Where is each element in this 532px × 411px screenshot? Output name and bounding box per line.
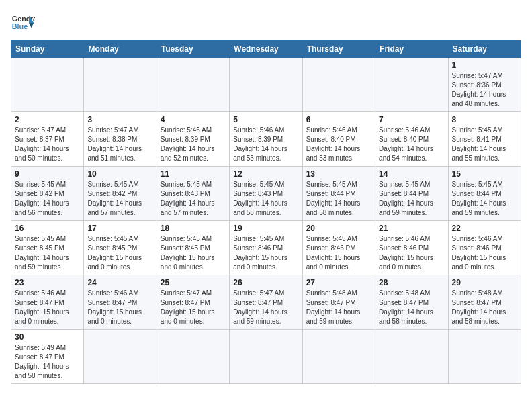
day-number: 15 — [452, 169, 517, 179]
weekday-header-wednesday: Wednesday — [230, 41, 302, 58]
weekday-header-monday: Monday — [84, 41, 157, 58]
day-info: Sunrise: 5:45 AMSunset: 8:43 PMDaylight:… — [161, 180, 226, 218]
calendar-body: 1Sunrise: 5:47 AMSunset: 8:36 PMDaylight… — [11, 58, 521, 384]
day-number: 2 — [15, 115, 80, 124]
day-info: Sunrise: 5:45 AMSunset: 8:44 PMDaylight:… — [306, 180, 371, 218]
day-info: Sunrise: 5:45 AMSunset: 8:44 PMDaylight:… — [379, 180, 444, 218]
day-number: 16 — [15, 224, 80, 233]
day-number: 9 — [15, 169, 80, 179]
day-number: 13 — [306, 169, 371, 179]
weekday-header-tuesday: Tuesday — [157, 41, 229, 58]
day-info: Sunrise: 5:48 AMSunset: 8:47 PMDaylight:… — [306, 289, 371, 326]
day-info: Sunrise: 5:45 AMSunset: 8:46 PMDaylight:… — [233, 234, 298, 272]
day-number: 14 — [379, 169, 444, 179]
calendar-week-row: 23Sunrise: 5:46 AMSunset: 8:47 PMDayligh… — [11, 275, 521, 330]
calendar-week-row: 30Sunrise: 5:49 AMSunset: 8:47 PMDayligh… — [11, 330, 521, 384]
day-info: Sunrise: 5:46 AMSunset: 8:40 PMDaylight:… — [306, 126, 371, 163]
day-info: Sunrise: 5:48 AMSunset: 8:47 PMDaylight:… — [452, 289, 517, 326]
calendar-day-cell: 16Sunrise: 5:45 AMSunset: 8:45 PMDayligh… — [11, 221, 84, 275]
day-number: 27 — [306, 278, 371, 287]
calendar-day-cell: 18Sunrise: 5:45 AMSunset: 8:45 PMDayligh… — [157, 221, 229, 275]
day-number: 8 — [452, 115, 517, 124]
calendar-day-cell: 10Sunrise: 5:45 AMSunset: 8:42 PMDayligh… — [84, 167, 157, 221]
calendar-week-row: 9Sunrise: 5:45 AMSunset: 8:42 PMDaylight… — [11, 167, 521, 221]
day-info: Sunrise: 5:47 AMSunset: 8:47 PMDaylight:… — [233, 289, 298, 326]
day-info: Sunrise: 5:49 AMSunset: 8:47 PMDaylight:… — [15, 343, 80, 381]
calendar-day-cell: 25Sunrise: 5:47 AMSunset: 8:47 PMDayligh… — [157, 275, 229, 330]
day-info: Sunrise: 5:45 AMSunset: 8:44 PMDaylight:… — [452, 180, 517, 218]
day-number: 12 — [233, 169, 298, 179]
day-number: 24 — [87, 278, 152, 287]
day-info: Sunrise: 5:46 AMSunset: 8:39 PMDaylight:… — [233, 126, 298, 163]
day-info: Sunrise: 5:46 AMSunset: 8:47 PMDaylight:… — [87, 289, 152, 326]
day-info: Sunrise: 5:48 AMSunset: 8:47 PMDaylight:… — [379, 289, 444, 326]
calendar-day-cell: 29Sunrise: 5:48 AMSunset: 8:47 PMDayligh… — [448, 275, 521, 330]
day-number: 26 — [233, 278, 298, 287]
calendar-day-cell: 15Sunrise: 5:45 AMSunset: 8:44 PMDayligh… — [448, 167, 521, 221]
day-number: 30 — [15, 332, 80, 342]
calendar-day-cell — [375, 330, 448, 384]
day-info: Sunrise: 5:46 AMSunset: 8:40 PMDaylight:… — [379, 126, 444, 163]
day-number: 18 — [161, 224, 226, 233]
calendar-day-cell — [448, 330, 521, 384]
weekday-header-sunday: Sunday — [11, 41, 84, 58]
day-info: Sunrise: 5:47 AMSunset: 8:38 PMDaylight:… — [87, 126, 152, 163]
day-info: Sunrise: 5:47 AMSunset: 8:37 PMDaylight:… — [15, 126, 80, 163]
day-info: Sunrise: 5:45 AMSunset: 8:46 PMDaylight:… — [306, 234, 371, 272]
calendar-day-cell: 13Sunrise: 5:45 AMSunset: 8:44 PMDayligh… — [302, 167, 375, 221]
day-info: Sunrise: 5:46 AMSunset: 8:47 PMDaylight:… — [15, 289, 80, 326]
day-info: Sunrise: 5:46 AMSunset: 8:39 PMDaylight:… — [161, 126, 226, 163]
day-number: 7 — [379, 115, 444, 124]
calendar-day-cell: 4Sunrise: 5:46 AMSunset: 8:39 PMDaylight… — [157, 112, 229, 167]
calendar-day-cell: 12Sunrise: 5:45 AMSunset: 8:43 PMDayligh… — [230, 167, 302, 221]
calendar-day-cell: 11Sunrise: 5:45 AMSunset: 8:43 PMDayligh… — [157, 167, 229, 221]
calendar-day-cell: 3Sunrise: 5:47 AMSunset: 8:38 PMDaylight… — [84, 112, 157, 167]
day-number: 4 — [161, 115, 226, 124]
day-info: Sunrise: 5:45 AMSunset: 8:42 PMDaylight:… — [15, 180, 80, 218]
calendar-day-cell — [230, 330, 302, 384]
calendar-day-cell: 26Sunrise: 5:47 AMSunset: 8:47 PMDayligh… — [230, 275, 302, 330]
day-info: Sunrise: 5:47 AMSunset: 8:36 PMDaylight:… — [452, 71, 517, 109]
calendar-week-row: 2Sunrise: 5:47 AMSunset: 8:37 PMDaylight… — [11, 112, 521, 167]
day-number: 6 — [306, 115, 371, 124]
logo: General Blue — [11, 11, 39, 35]
day-number: 19 — [233, 224, 298, 233]
day-number: 17 — [87, 224, 152, 233]
calendar-day-cell: 21Sunrise: 5:46 AMSunset: 8:46 PMDayligh… — [375, 221, 448, 275]
calendar-day-cell: 20Sunrise: 5:45 AMSunset: 8:46 PMDayligh… — [302, 221, 375, 275]
weekday-header-thursday: Thursday — [302, 41, 375, 58]
day-info: Sunrise: 5:45 AMSunset: 8:42 PMDaylight:… — [87, 180, 152, 218]
calendar-day-cell: 6Sunrise: 5:46 AMSunset: 8:40 PMDaylight… — [302, 112, 375, 167]
day-number: 25 — [161, 278, 226, 287]
day-info: Sunrise: 5:45 AMSunset: 8:43 PMDaylight:… — [233, 180, 298, 218]
day-number: 11 — [161, 169, 226, 179]
calendar-day-cell: 17Sunrise: 5:45 AMSunset: 8:45 PMDayligh… — [84, 221, 157, 275]
calendar-day-cell — [230, 58, 302, 112]
calendar: SundayMondayTuesdayWednesdayThursdayFrid… — [11, 40, 521, 384]
calendar-header-row: SundayMondayTuesdayWednesdayThursdayFrid… — [11, 41, 521, 58]
day-info: Sunrise: 5:45 AMSunset: 8:45 PMDaylight:… — [15, 234, 80, 272]
day-info: Sunrise: 5:45 AMSunset: 8:41 PMDaylight:… — [452, 126, 517, 163]
calendar-day-cell — [302, 330, 375, 384]
calendar-day-cell: 2Sunrise: 5:47 AMSunset: 8:37 PMDaylight… — [11, 112, 84, 167]
calendar-week-row: 16Sunrise: 5:45 AMSunset: 8:45 PMDayligh… — [11, 221, 521, 275]
calendar-week-row: 1Sunrise: 5:47 AMSunset: 8:36 PMDaylight… — [11, 58, 521, 112]
day-number: 29 — [452, 278, 517, 287]
calendar-day-cell: 14Sunrise: 5:45 AMSunset: 8:44 PMDayligh… — [375, 167, 448, 221]
day-number: 10 — [87, 169, 152, 179]
day-info: Sunrise: 5:45 AMSunset: 8:45 PMDaylight:… — [161, 234, 226, 272]
calendar-day-cell: 1Sunrise: 5:47 AMSunset: 8:36 PMDaylight… — [448, 58, 521, 112]
calendar-day-cell — [11, 58, 84, 112]
day-number: 23 — [15, 278, 80, 287]
day-info: Sunrise: 5:47 AMSunset: 8:47 PMDaylight:… — [161, 289, 226, 326]
day-number: 22 — [452, 224, 517, 233]
calendar-day-cell — [375, 58, 448, 112]
calendar-day-cell: 27Sunrise: 5:48 AMSunset: 8:47 PMDayligh… — [302, 275, 375, 330]
calendar-day-cell: 7Sunrise: 5:46 AMSunset: 8:40 PMDaylight… — [375, 112, 448, 167]
weekday-header-friday: Friday — [375, 41, 448, 58]
calendar-day-cell — [84, 58, 157, 112]
day-number: 3 — [87, 115, 152, 124]
calendar-day-cell — [157, 330, 229, 384]
day-number: 28 — [379, 278, 444, 287]
day-info: Sunrise: 5:46 AMSunset: 8:46 PMDaylight:… — [379, 234, 444, 272]
